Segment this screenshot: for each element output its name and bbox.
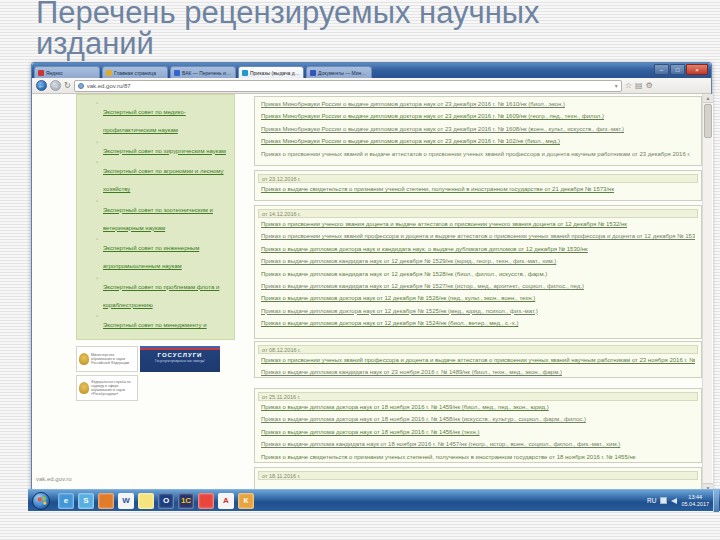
banner-text: Министерство образования и науки Российс…	[91, 353, 135, 366]
back-button[interactable]: ←	[36, 80, 47, 91]
order-link[interactable]: Приказ о выдаче дипломов доктора наук от…	[261, 295, 695, 302]
window-controls: – □ ×	[654, 64, 708, 75]
tab-label: ВАК — Перечень изданий	[182, 70, 232, 76]
section-date-header: от 25.11.2016 г.	[258, 392, 698, 401]
order-link[interactable]: Приказ о присвоении ученых званий профес…	[261, 357, 695, 364]
system-tray: RU 13:44 05.04.2017	[647, 490, 720, 512]
tab-bar: Яндекс Главная страница ВАК — Перечень и…	[32, 63, 711, 78]
tab-prikazy-active[interactable]: Приказы (выдача дипломов)	[238, 66, 304, 78]
order-link[interactable]: Приказ Минобрнауки России о выдаче дипло…	[261, 126, 695, 133]
banner-gosuslugi[interactable]: ГОСУСЛУГИ Госуслуги прозрачны как никогд…	[140, 344, 220, 372]
list-item: Экспертный совет по зоотехническим и вет…	[96, 198, 230, 234]
order-link[interactable]: Приказ Минобрнауки России о выдаче дипло…	[261, 138, 695, 145]
tab-label: Документы — Минобрнауки	[318, 70, 368, 76]
order-link[interactable]: Приказ о выдаче дипломов кандидата наук …	[261, 369, 695, 376]
url-field[interactable]: vak.ed.gov.ru/87 ▾	[74, 80, 622, 92]
order-section: от 23.12.2016 г. Приказ о выдаче свидете…	[254, 170, 702, 201]
page-scrollbar[interactable]: ▲ ▼	[702, 94, 712, 492]
acrobat-icon[interactable]: A	[218, 493, 234, 509]
menu-icon[interactable]: ▤	[635, 81, 643, 90]
outlook-icon[interactable]: O	[158, 493, 174, 509]
show-desktop-button[interactable]	[713, 490, 719, 512]
list-item: Экспертный совет по медико-профилактичес…	[96, 100, 230, 136]
tab-vak[interactable]: ВАК — Перечень изданий	[170, 66, 236, 78]
council-link[interactable]: Экспертный совет по менеджменту и отрасл…	[103, 322, 207, 340]
order-link[interactable]: Приказ о выдаче дипломов кандидата наук …	[261, 271, 695, 278]
order-link[interactable]: Приказ о присвоении ученого звания доцен…	[261, 221, 695, 228]
slide: Перечень рецензируемых научных изданий Я…	[0, 0, 720, 540]
sticky-notes-icon[interactable]	[138, 493, 154, 509]
favorites-star-icon[interactable]: ☆	[625, 81, 632, 90]
language-indicator[interactable]: RU	[647, 497, 656, 504]
banner-minobrnauki[interactable]: Министерство образования и науки Российс…	[76, 346, 138, 372]
url-dropdown-icon[interactable]: ▾	[615, 82, 618, 89]
order-link[interactable]: Приказ о выдаче диплома доктора наук от …	[261, 429, 695, 436]
order-link[interactable]: Приказ о выдаче свидетельств о признании…	[261, 186, 695, 193]
tab-label: Приказы (выдача дипломов)	[250, 70, 300, 76]
maximize-button[interactable]: □	[670, 64, 685, 75]
tab-favicon	[242, 70, 248, 76]
council-link[interactable]: Экспертный совет по инженерным агропромы…	[103, 245, 199, 269]
chrome-icon[interactable]	[198, 493, 214, 509]
council-link[interactable]: Экспертный совет по проблемам флота и ко…	[103, 284, 219, 308]
consultant-icon[interactable]: К	[238, 493, 254, 509]
windows-flag-icon	[37, 496, 46, 505]
council-link[interactable]: Экспертный совет по агрономии и лесному …	[103, 168, 224, 192]
order-section: от 25.11.2016 г. Приказ о выдаче диплома…	[254, 388, 702, 463]
web-page: Экспертный совет по медико-профилактичес…	[32, 94, 713, 492]
taskbar-app-icons: eSWO1СAК	[58, 493, 254, 509]
tab-favicon	[174, 70, 180, 76]
minimize-button[interactable]: –	[654, 64, 669, 75]
emblem-icon	[79, 353, 89, 365]
network-icon[interactable]	[660, 497, 667, 504]
council-list: Экспертный совет по медико-профилактичес…	[83, 100, 230, 340]
banner-subtitle: Госуслуги прозрачны как никогда!	[140, 359, 220, 363]
order-link[interactable]: Приказ Минобрнауки России о выдаче дипло…	[261, 101, 695, 108]
council-link[interactable]: Экспертный совет по зоотехническим и вет…	[103, 207, 213, 231]
volume-icon[interactable]	[671, 498, 677, 504]
close-button[interactable]: ×	[686, 64, 708, 75]
scroll-thumb[interactable]	[704, 104, 712, 138]
clock[interactable]: 13:44 05.04.2017	[681, 494, 709, 507]
order-link[interactable]: Приказ Минобрнауки России о выдаче дипло…	[261, 113, 695, 120]
skype-icon[interactable]: S	[78, 493, 94, 509]
order-section: от 08.12.2016 г. Приказ о присвоении уче…	[254, 341, 702, 378]
order-link[interactable]: Приказ о выдаче диплома доктора наук от …	[261, 416, 695, 423]
internet-explorer-icon[interactable]: e	[58, 493, 74, 509]
tools-gear-icon[interactable]: ⚙	[645, 81, 652, 90]
list-item: Экспертный совет по инженерным агропромы…	[96, 236, 230, 272]
start-button[interactable]	[32, 492, 50, 510]
forward-button[interactable]: →	[50, 80, 61, 91]
list-item: Экспертный совет по менеджменту и отрасл…	[96, 313, 230, 340]
tab-favicon	[310, 70, 316, 76]
order-link[interactable]: Приказ о выдаче диплома доктора наук от …	[261, 404, 695, 411]
tab-home[interactable]: Главная страница	[102, 66, 168, 78]
order-link[interactable]: Приказ о выдаче дипломов доктора наук от…	[261, 320, 695, 327]
order-section: Приказ Минобрнауки России о выдаче дипло…	[254, 96, 702, 166]
council-link[interactable]: Экспертный совет по медико-профилактичес…	[103, 109, 186, 133]
order-link[interactable]: Приказ о выдаче свидетельств о признании…	[261, 454, 695, 461]
order-link[interactable]: Приказ о выдаче дипломов доктора наук от…	[261, 308, 695, 315]
section-date-header: от 08.12.2016 г.	[258, 345, 698, 354]
onec-icon[interactable]: 1С	[178, 493, 194, 509]
word-icon[interactable]: W	[118, 493, 134, 509]
tab-documents[interactable]: Документы — Минобрнауки	[306, 66, 372, 78]
banner-rosobrnadzor[interactable]: Федеральная служба по надзору в сфере об…	[76, 375, 138, 401]
url-text: vak.ed.gov.ru/87	[87, 83, 131, 89]
order-link[interactable]: Приказ о выдаче дипломов доктора наук и …	[261, 246, 695, 253]
council-link[interactable]: Экспертный совет по хирургическим наукам	[103, 148, 226, 154]
order-link[interactable]: Приказ о присвоении ученых званий и выда…	[261, 151, 695, 158]
firefox-icon[interactable]	[98, 493, 114, 509]
scroll-up-button[interactable]: ▲	[703, 94, 713, 103]
list-item: Экспертный совет по агрономии и лесному …	[96, 159, 230, 195]
tab-yandex[interactable]: Яндекс	[34, 66, 100, 78]
tab-favicon	[106, 70, 112, 76]
order-section: от 14.12.2016 г. Приказ о присвоении уче…	[254, 205, 702, 339]
refresh-button[interactable]: ↻	[64, 80, 71, 91]
order-link[interactable]: Приказ о присвоении ученых званий профес…	[261, 233, 695, 240]
tab-label: Яндекс	[46, 70, 63, 76]
slide-title: Перечень рецензируемых научных изданий	[36, 0, 666, 59]
order-link[interactable]: Приказ о выдаче дипломов кандидата наук …	[261, 283, 695, 290]
order-link[interactable]: Приказ о выдаче дипломов кандидата наук …	[261, 258, 695, 265]
order-link[interactable]: Приказ о выдаче диплома кандидата наук о…	[261, 441, 695, 448]
